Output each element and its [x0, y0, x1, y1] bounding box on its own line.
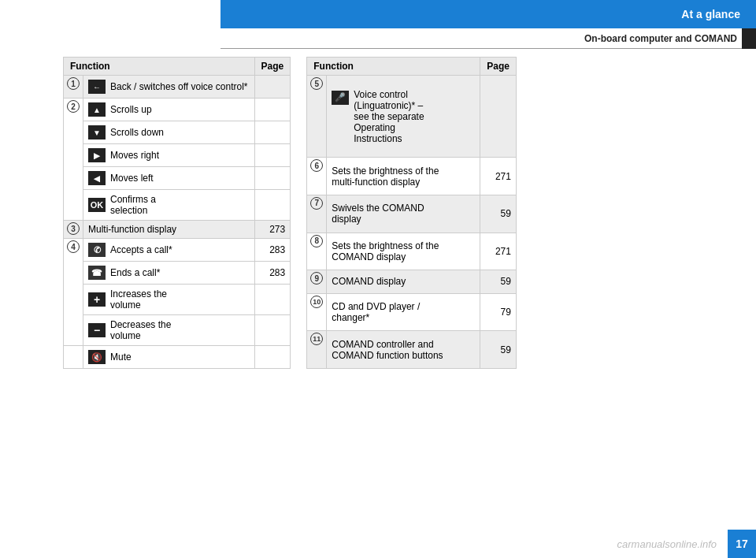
row-page: 59: [480, 331, 517, 369]
row-page: [254, 315, 291, 346]
row-content: ▲ Scrolls up: [83, 99, 255, 121]
subheader-bar: On-board computer and COMAND: [220, 28, 756, 49]
row-content: COMAND controller andCOMAND function but…: [327, 331, 480, 369]
row-content: ← Back / switches off voice control*: [83, 76, 255, 99]
row-content: − Decreases thevolume: [83, 315, 255, 346]
table-row: + Increases thevolume: [64, 285, 291, 315]
row-content: 🎤 Voice control(Linguatronic)* –see the …: [327, 76, 480, 158]
row-num: 6: [307, 158, 327, 195]
voice-icon: 🎤: [332, 91, 349, 105]
row-page: [254, 285, 291, 315]
table-row: ◀ Moves left: [64, 167, 291, 190]
row-num: 9: [307, 270, 327, 294]
right-icon: ▶: [88, 148, 106, 162]
page-number: 17: [736, 538, 748, 550]
header-title: At a glance: [681, 8, 740, 20]
back-icon: ←: [88, 80, 106, 94]
row-num: 7: [307, 195, 327, 232]
left-table: Function Page 1 ← Back / switches off vo…: [63, 57, 291, 369]
left-icon: ◀: [88, 171, 106, 185]
row-page: [254, 76, 291, 99]
table-row: ▼ Scrolls down: [64, 121, 291, 144]
row-page: 283: [254, 239, 291, 262]
row-num: [64, 346, 83, 369]
table-row: 7 Swivels the COMANDdisplay 59: [307, 195, 517, 232]
row-page: [254, 144, 291, 167]
row-num: 10: [307, 293, 327, 331]
right-col-function: Function: [307, 58, 480, 76]
row-num: 3: [64, 221, 83, 239]
mute-icon: 🔇: [88, 350, 106, 364]
row-num: 5: [307, 76, 327, 158]
row-content: Sets the brightness of themulti-function…: [327, 158, 480, 195]
row-page: 271: [480, 158, 517, 195]
row-page: 283: [254, 262, 291, 285]
row-content: + Increases thevolume: [83, 285, 255, 315]
page-number-box: 17: [728, 530, 756, 558]
row-page: 273: [254, 221, 291, 239]
table-row: 11 COMAND controller andCOMAND function …: [307, 331, 517, 369]
scroll-down-icon: ▼: [88, 125, 106, 140]
row-page: [254, 190, 291, 221]
row-page: [480, 76, 517, 158]
row-page: 79: [480, 293, 517, 331]
row-num: 8: [307, 232, 327, 270]
scroll-up-icon: ▲: [88, 102, 106, 117]
row-page: 59: [480, 195, 517, 232]
table-row: ☎ Ends a call* 283: [64, 262, 291, 285]
subheader-accent: [742, 28, 756, 49]
row-page: [254, 121, 291, 144]
row-page: [254, 167, 291, 190]
row-content: ◀ Moves left: [83, 167, 255, 190]
ok-icon: OK: [88, 198, 106, 212]
row-content: Swivels the COMANDdisplay: [327, 195, 480, 232]
row-num: 1: [64, 76, 83, 99]
row-content: ▶ Moves right: [83, 144, 255, 167]
watermark: carmanualsonline.info: [617, 538, 717, 550]
table-row: 8 Sets the brightness of theCOMAND displ…: [307, 232, 517, 270]
row-content: 🔇 Mute: [83, 346, 255, 369]
table-row: 3 Multi-function display 273: [64, 221, 291, 239]
volume-up-icon: +: [88, 292, 106, 307]
content-area: Function Page 1 ← Back / switches off vo…: [63, 57, 517, 369]
header-bar: At a glance: [220, 0, 756, 28]
right-col-page: Page: [480, 58, 517, 76]
row-content: CD and DVD player /changer*: [327, 293, 480, 331]
row-page: 59: [480, 270, 517, 294]
call-accept-icon: ✆: [88, 243, 106, 257]
table-row: 4 ✆ Accepts a call* 283: [64, 239, 291, 262]
row-num: 4: [64, 239, 83, 346]
call-end-icon: ☎: [88, 266, 106, 280]
table-row: 5 🎤 Voice control(Linguatronic)* –see th…: [307, 76, 517, 158]
right-table: Function Page 5 🎤 Voice control(Linguatr…: [306, 57, 517, 369]
row-page: [254, 99, 291, 121]
table-row: ▶ Moves right: [64, 144, 291, 167]
volume-down-icon: −: [88, 323, 106, 337]
row-num: 2: [64, 99, 83, 221]
row-content: Sets the brightness of theCOMAND display: [327, 232, 480, 270]
subheader-label: On-board computer and COMAND: [584, 33, 742, 44]
row-content: ☎ Ends a call*: [83, 262, 255, 285]
table-row: 6 Sets the brightness of themulti-functi…: [307, 158, 517, 195]
table-row: 9 COMAND display 59: [307, 270, 517, 294]
row-page: [254, 346, 291, 369]
row-content: ▼ Scrolls down: [83, 121, 255, 144]
row-num: 11: [307, 331, 327, 369]
table-row: OK Confirms aselection: [64, 190, 291, 221]
row-content: Multi-function display: [83, 221, 255, 239]
left-col-function: Function: [64, 58, 255, 76]
table-row: 🔇 Mute: [64, 346, 291, 369]
table-row: 1 ← Back / switches off voice control*: [64, 76, 291, 99]
row-page: 271: [480, 232, 517, 270]
row-content: OK Confirms aselection: [83, 190, 255, 221]
table-row: − Decreases thevolume: [64, 315, 291, 346]
row-content: ✆ Accepts a call*: [83, 239, 255, 262]
table-row: 2 ▲ Scrolls up: [64, 99, 291, 121]
table-row: 10 CD and DVD player /changer* 79: [307, 293, 517, 331]
row-content: COMAND display: [327, 270, 480, 294]
left-col-page: Page: [254, 58, 291, 76]
